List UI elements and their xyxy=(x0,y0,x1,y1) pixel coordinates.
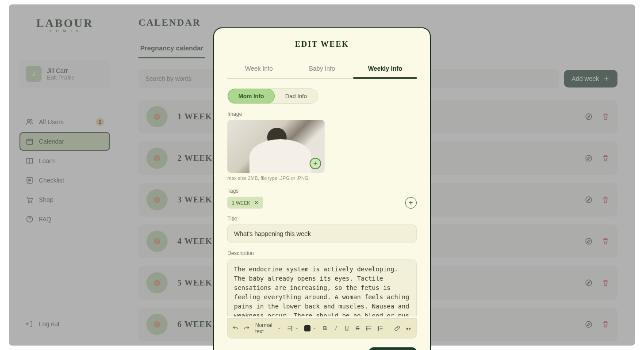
description-label: Description xyxy=(227,250,417,256)
image-hint: max size 2MB, file type .JPG or .PNG xyxy=(227,175,417,181)
color-select[interactable] xyxy=(304,325,317,331)
undo-icon[interactable] xyxy=(232,325,238,331)
svg-point-13 xyxy=(366,327,367,327)
underline-icon[interactable]: U xyxy=(344,325,350,331)
bullet-list-icon[interactable] xyxy=(366,325,372,331)
description-textarea[interactable] xyxy=(227,259,417,316)
modal-overlay[interactable]: EDIT WEEK Week Info Baby Info Weekly Inf… xyxy=(9,4,635,346)
line-height-select[interactable] xyxy=(287,325,299,331)
color-swatch xyxy=(304,325,310,331)
plus-icon: + xyxy=(409,199,413,207)
editor-toolbar: Normal text B I U S 123 xyxy=(227,318,417,339)
italic-icon[interactable]: I xyxy=(333,325,339,331)
modal-tab-week-info[interactable]: Week Info xyxy=(227,60,291,78)
save-button[interactable]: Save xyxy=(369,347,417,350)
tags-label: Tags xyxy=(227,188,417,194)
modal-tab-weekly-info[interactable]: Weekly Info xyxy=(353,60,417,79)
image-label: Image xyxy=(227,111,417,117)
chip-mom-info[interactable]: Mom Info xyxy=(228,89,275,103)
strikethrough-icon[interactable]: S xyxy=(355,325,360,331)
chevron-down-icon xyxy=(295,326,299,331)
quote-icon[interactable] xyxy=(406,325,412,331)
tag-chip: 1 WEEK ✕ xyxy=(227,197,263,209)
chip-dad-info[interactable]: Dad Info xyxy=(275,89,318,103)
tags-row: 1 WEEK ✕ + xyxy=(227,197,417,209)
add-image-button[interactable]: + xyxy=(310,158,321,169)
format-select[interactable]: Normal text xyxy=(255,322,281,335)
add-tag-button[interactable]: + xyxy=(405,197,417,209)
redo-icon[interactable] xyxy=(244,325,250,331)
modal-title: EDIT WEEK xyxy=(227,40,417,49)
modal-tab-baby-info[interactable]: Baby Info xyxy=(291,60,354,78)
svg-point-15 xyxy=(366,330,367,331)
remove-tag-icon[interactable]: ✕ xyxy=(254,199,259,206)
tag-value: 1 WEEK xyxy=(232,200,250,205)
svg-text:3: 3 xyxy=(378,329,379,331)
modal-tabs: Week Info Baby Info Weekly Info xyxy=(227,60,417,79)
svg-point-14 xyxy=(366,328,367,329)
modal-actions: Cancel Save xyxy=(227,347,417,350)
numbered-list-icon[interactable]: 123 xyxy=(377,325,383,331)
link-icon[interactable] xyxy=(394,325,400,331)
chip-row: Mom Info Dad Info xyxy=(227,88,318,104)
plus-icon: + xyxy=(313,160,317,167)
title-input[interactable] xyxy=(227,224,417,243)
title-label: Title xyxy=(227,216,417,222)
image-preview[interactable]: + xyxy=(227,120,325,173)
cancel-button[interactable]: Cancel xyxy=(331,348,361,350)
chevron-down-icon xyxy=(312,326,317,331)
chevron-down-icon xyxy=(277,326,281,331)
bold-icon[interactable]: B xyxy=(322,325,328,331)
edit-week-modal: EDIT WEEK Week Info Baby Info Weekly Inf… xyxy=(213,27,431,350)
